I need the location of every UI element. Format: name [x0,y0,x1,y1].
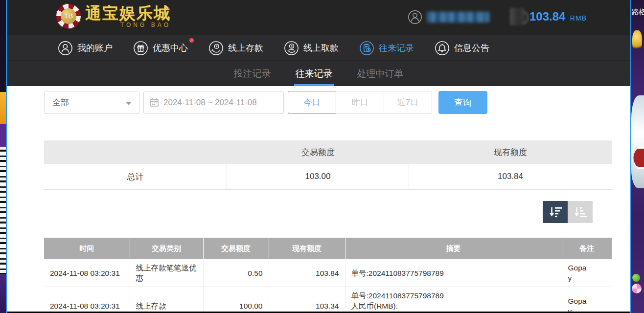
brand-wordmark: 通宝娱乐城 TONG BAO [85,5,171,28]
summary-header-empty [44,141,227,164]
screen: 路格 TB 通宝娱乐城 TONG BAO [0,0,644,313]
records-header-row: 时间 交易类别 交易额度 现有额度 摘要 备注 [44,238,612,259]
cell-summary: 单号:202411083775798789 人民币(RMB): 100 [345,287,562,313]
nav-item-withdraw[interactable]: $ 线上取款 [284,41,339,56]
background-banner-art [0,124,6,147]
nav-item-deposit[interactable]: ¥ 线上存款 [208,41,263,56]
summary-total-balance: 103.84 [409,164,612,189]
summary-total-label: 总计 [44,164,227,189]
col-header-type: 交易类别 [130,238,203,259]
cell-time: 2024-11-08 03:20:31 [44,287,130,313]
tab-bet-records[interactable]: 投注记录 [231,61,274,86]
category-select[interactable]: 全部 [44,91,139,114]
date-range-value: 2024-11-08 ~ 2024-11-08 [163,98,257,108]
main-nav: 我的账户 优惠中心 ¥ [7,35,630,61]
summary-table: 交易额度 现有额度 总计 103.00 103.84 [44,140,612,190]
page-frame-line-left [6,0,7,313]
background-gold-art [632,30,642,52]
col-header-amount: 交易额度 [203,238,269,259]
brand-name-cn: 通宝娱乐城 [85,5,171,21]
chevron-down-icon [126,102,132,105]
col-header-remark: 备注 [562,238,612,259]
background-shark-mouth-art [633,147,644,169]
tab-pending-orders[interactable]: 处理中订单 [354,61,407,86]
summary-total-amount: 103.00 [227,164,409,189]
bell-icon [435,41,450,56]
record-tabs: 投注记录 往来记录 处理中订单 [7,61,630,86]
summary-header-balance: 现有额度 [409,141,612,164]
col-header-balance: 现有额度 [269,238,345,259]
table-row: 2024-11-08 03:20:31 线上存款笔笔送优惠 0.50 103.8… [44,259,612,287]
calendar-icon [150,98,159,107]
table-row: 2024-11-08 03:20:31 线上存款 100.00 103.34 单… [44,287,612,313]
date-range-input[interactable]: 2024-11-08 ~ 2024-11-08 [143,91,284,114]
balance-currency: RMB [570,14,587,22]
last7days-button[interactable]: 近7日 [384,91,432,114]
top-header: TB 通宝娱乐城 TONG BAO 103.84 RMB [7,0,630,35]
nav-item-promotions[interactable]: 优惠中心 [133,41,188,56]
summary-total-row: 总计 103.00 103.84 [44,164,612,190]
nav-item-transaction-records[interactable]: 往来记录 [359,41,414,56]
today-button[interactable]: 今日 [288,91,336,114]
balance-amount: 103.84 [529,10,565,23]
nav-label: 信息公告 [454,42,489,54]
filter-bar: 全部 2024-11-08 ~ 2024-11-08 今日 昨日 近7日 [44,91,487,114]
sort-descending-button[interactable] [543,201,568,223]
account-icon [58,41,73,56]
background-right-strip: 路格 [631,0,644,313]
background-candy-art [632,274,640,282]
records-icon [359,41,374,56]
records-table: 时间 交易类别 交易额度 现有额度 摘要 备注 2024-11-08 03:20… [44,238,612,313]
search-button[interactable]: 查询 [438,91,487,114]
tab-transaction-records[interactable]: 往来记录 [293,61,336,86]
sort-ascending-button[interactable] [568,201,593,223]
wallet-icon-redacted[interactable] [510,8,525,25]
background-partial-text: 路格 [632,8,644,17]
brand-name-en: TONG BAO [85,22,171,28]
col-header-time: 时间 [44,238,130,259]
chip-monogram: TB [61,8,76,24]
user-avatar-icon[interactable] [408,10,422,24]
casino-chip-icon: TB [56,3,81,29]
svg-text:¥: ¥ [216,44,218,47]
category-selected-value: 全部 [52,97,69,108]
sort-ascending-icon [573,205,588,219]
summary-header-row: 交易额度 现有额度 [44,140,612,164]
username-redacted[interactable] [427,12,489,22]
cell-amount: 100.00 [203,287,269,313]
cell-remark: Gopay [562,287,612,313]
cell-type: 线上存款笔笔送优惠 [130,259,203,287]
gift-icon [133,41,148,56]
withdraw-icon: $ [284,41,299,56]
cell-amount: 0.50 [203,259,269,287]
cell-balance: 103.34 [269,287,345,313]
background-game-art [0,274,6,313]
yesterday-button[interactable]: 昨日 [336,91,384,114]
background-candy-art [632,284,642,293]
quick-range-group: 今日 昨日 近7日 [288,91,432,114]
cell-type: 线上存款 [130,287,203,313]
cell-balance: 103.84 [269,259,345,287]
cell-remark: Gopay [562,259,612,287]
nav-label: 优惠中心 [153,42,188,54]
page-frame-line-right [630,0,631,313]
main-page: TB 通宝娱乐城 TONG BAO 103.84 RMB [7,0,630,313]
background-qr-code-art [0,147,6,274]
background-shark-art [631,95,644,188]
sort-controls [543,201,593,223]
cell-summary: 单号:202411083775798789 [345,259,562,287]
nav-label: 线上存款 [228,42,263,54]
background-left-strip [0,0,6,313]
sort-descending-icon [548,205,563,219]
deposit-icon: ¥ [208,41,224,56]
content-area: 全部 2024-11-08 ~ 2024-11-08 今日 昨日 近7日 [7,86,630,313]
nav-item-my-account[interactable]: 我的账户 [58,41,113,56]
brand-logo[interactable]: TB 通宝娱乐城 TONG BAO [56,3,171,29]
svg-text:$: $ [291,44,293,47]
nav-item-announcements[interactable]: 信息公告 [435,41,489,56]
col-header-summary: 摘要 [345,238,562,259]
summary-header-amount: 交易额度 [227,141,409,164]
nav-label: 我的账户 [77,42,113,54]
nav-label: 线上取款 [303,42,339,54]
nav-label: 往来记录 [379,42,414,54]
